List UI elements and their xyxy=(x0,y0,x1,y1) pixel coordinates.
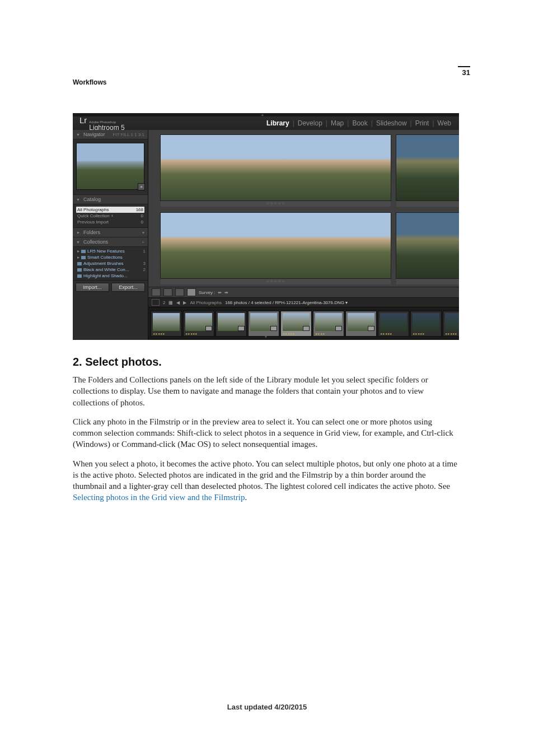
module-library[interactable]: Library xyxy=(265,119,291,127)
filmstrip-status[interactable]: 168 photos / 4 selected / RPH-121221-Arg… xyxy=(225,300,348,305)
survey-view: ☆☆☆☆☆ ☆☆☆☆☆ ☆☆☆☆☆ ☆☆☆☆☆ xyxy=(148,130,459,287)
badge-icon xyxy=(335,326,342,331)
collection-icon xyxy=(81,256,86,259)
catalog-all-photographs[interactable]: All Photographs 168 xyxy=(76,207,144,213)
section-heading: 2. Select photos. xyxy=(73,356,461,368)
survey-cell[interactable]: ☆☆☆☆☆ xyxy=(161,134,391,207)
running-head: Workflows xyxy=(73,78,461,86)
filmstrip-thumb-active[interactable]: ★★★★★ xyxy=(280,311,312,337)
secondary-display-icon[interactable] xyxy=(152,299,160,306)
module-slideshow[interactable]: Slideshow xyxy=(375,119,408,127)
catalog-body: All Photographs 168 Quick Collection + 0… xyxy=(73,204,148,228)
survey-image xyxy=(396,212,459,279)
page-number-rule xyxy=(458,66,470,67)
filmstrip-thumb[interactable] xyxy=(248,311,279,337)
collection-item[interactable]: Black and White Con...2 xyxy=(75,267,146,273)
left-bottom-buttons: Import... Export... xyxy=(73,281,148,294)
collection-item[interactable]: ▸Smart Collections xyxy=(75,254,146,260)
view-loupe-icon[interactable] xyxy=(163,288,172,296)
page-number-block: 31 xyxy=(458,66,470,77)
toolbar-mode-label: Survey : xyxy=(199,290,215,295)
secondary-display-2[interactable]: 2 xyxy=(163,300,165,305)
badge-icon xyxy=(368,326,374,331)
module-map[interactable]: Map xyxy=(330,119,345,127)
collections-add-icon[interactable]: + xyxy=(142,240,144,245)
brand-lr: Lr xyxy=(79,115,87,125)
module-web[interactable]: Web xyxy=(437,119,452,127)
view-grid-icon[interactable] xyxy=(152,288,161,296)
catalog-previous-import[interactable]: Previous Import 0 xyxy=(76,219,144,225)
collection-item[interactable]: Highlight and Shado... xyxy=(75,273,146,279)
collection-icon xyxy=(77,274,82,278)
panel-catalog-header[interactable]: ▼Catalog xyxy=(73,195,148,204)
navigator-close-icon[interactable]: × xyxy=(138,183,145,190)
export-button[interactable]: Export... xyxy=(111,283,145,292)
survey-cell[interactable]: ☆☆☆☆☆ xyxy=(161,212,391,284)
module-picker: Library | Develop | Map | Book | Slidesh… xyxy=(265,119,452,127)
panel-navigator-title: Navigator xyxy=(83,132,105,137)
import-button[interactable]: Import... xyxy=(76,283,109,292)
panel-navigator-header[interactable]: ▼Navigator FIT FILL 1:1 3:1 xyxy=(73,130,148,139)
filmstrip-thumb[interactable]: ★★★★★ xyxy=(183,311,214,337)
nav-prev-icon[interactable]: ⬅ xyxy=(218,290,222,295)
filmstrip[interactable]: ★★★★★ ★★★★★ ★★★★★ ★★★★ ★★★★★ ★★★★★ ★★★★★… xyxy=(148,307,459,340)
center-toolbar: Survey : ⬅ ➡ ▾ xyxy=(148,287,459,297)
badge-icon xyxy=(270,326,277,331)
collection-icon xyxy=(77,262,82,265)
survey-cell[interactable]: ☆☆☆☆☆ xyxy=(396,212,459,284)
body-paragraph: When you select a photo, it becomes the … xyxy=(73,458,461,503)
module-book[interactable]: Book xyxy=(351,119,368,127)
survey-image xyxy=(160,212,391,279)
filmstrip-thumb[interactable] xyxy=(216,311,247,337)
grid-icon[interactable]: ▦ xyxy=(168,300,173,305)
body-paragraph: The Folders and Collections panels on th… xyxy=(73,374,461,408)
center-area: ☆☆☆☆☆ ☆☆☆☆☆ ☆☆☆☆☆ ☆☆☆☆☆ xyxy=(148,130,459,340)
catalog-quick-collection[interactable]: Quick Collection + 0 xyxy=(76,213,144,219)
navigator-preview[interactable]: × xyxy=(76,143,144,190)
survey-image xyxy=(160,134,391,201)
survey-cell[interactable]: ☆☆☆☆☆ xyxy=(396,134,459,207)
collection-icon xyxy=(77,268,82,272)
module-print[interactable]: Print xyxy=(414,119,430,127)
app-titlebar: Lr Adobe Photoshop Lightroom 5 Library |… xyxy=(73,116,459,130)
navigator-zoom-levels[interactable]: FIT FILL 1:1 3:1 xyxy=(113,132,144,137)
badge-icon xyxy=(303,326,310,331)
view-compare-icon[interactable] xyxy=(175,288,184,296)
left-panel-group: ▼Navigator FIT FILL 1:1 3:1 × ▼Catalog A… xyxy=(73,130,148,340)
collections-body: ▸LR5 New Features1 ▸Smart Collections Ad… xyxy=(73,247,148,281)
filmstrip-thumb[interactable]: ★★★★★ xyxy=(378,311,409,337)
page-number: 31 xyxy=(458,68,470,77)
filmstrip-thumb[interactable]: ★★★★ xyxy=(313,311,344,337)
collection-item[interactable]: ▸LR5 New Features1 xyxy=(75,248,146,254)
body-paragraph: Click any photo in the Filmstrip or in t… xyxy=(73,416,461,450)
secondary-toolbar: 2 ▦ ◀ ▶ All Photographs 168 photos / 4 s… xyxy=(148,297,459,307)
filmstrip-prev-icon[interactable]: ◀ xyxy=(176,300,180,305)
view-survey-icon[interactable] xyxy=(187,288,196,296)
panel-top-handle-icon[interactable]: ▴ xyxy=(261,114,270,116)
panel-catalog-title: Catalog xyxy=(83,197,101,202)
rating-stars[interactable]: ☆☆☆☆☆ xyxy=(266,279,285,284)
panel-bottom-handle-icon[interactable]: ▾ xyxy=(265,334,267,339)
filmstrip-thumb[interactable]: ★★★★★ xyxy=(151,311,182,337)
app-brand: Lr Adobe Photoshop Lightroom 5 xyxy=(79,115,125,132)
filmstrip-next-icon[interactable]: ▶ xyxy=(183,300,186,305)
panel-folders-header[interactable]: ▼Folders ▾ xyxy=(73,228,148,237)
filmstrip-thumb[interactable]: ★★★★★ xyxy=(410,311,442,337)
filmstrip-thumb[interactable] xyxy=(345,311,377,337)
badge-icon xyxy=(205,326,212,331)
nav-next-icon[interactable]: ➡ xyxy=(224,290,228,295)
rating-stars[interactable]: ☆☆☆☆☆ xyxy=(266,201,285,207)
source-context[interactable]: All Photographs xyxy=(190,300,221,305)
lightroom-screenshot: ▴ Lr Adobe Photoshop Lightroom 5 Library… xyxy=(73,113,459,340)
page-footer: Last updated 4/20/2015 xyxy=(0,703,534,711)
link-selecting-photos[interactable]: Selecting photos in the Grid view and th… xyxy=(73,493,245,502)
filmstrip-thumb[interactable]: ★★★★★ xyxy=(443,311,459,337)
panel-collections-title: Collections xyxy=(83,239,108,245)
collection-item[interactable]: Adjustment Brushes3 xyxy=(75,260,146,267)
folders-volume-icon[interactable]: ▾ xyxy=(142,230,144,235)
collection-icon xyxy=(81,250,86,253)
panel-collections-header[interactable]: ▼Collections + xyxy=(73,237,148,247)
survey-image xyxy=(396,134,459,201)
navigator-body: × xyxy=(73,139,148,195)
module-develop[interactable]: Develop xyxy=(297,119,324,127)
